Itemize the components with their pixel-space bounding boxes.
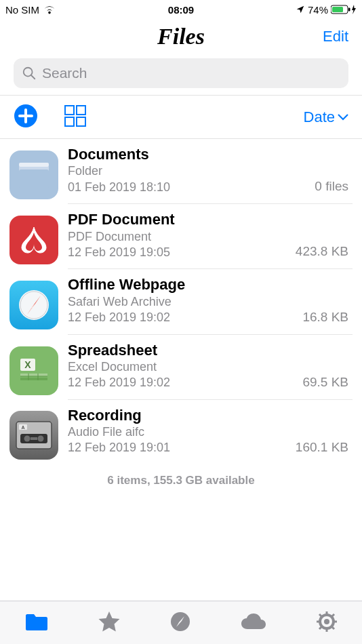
grid-view-button[interactable] (64, 104, 87, 130)
svg-text:X: X (24, 359, 31, 370)
plus-circle-icon (14, 104, 38, 128)
file-title: PDF Document (68, 211, 296, 228)
file-subtitle: PDF Document (68, 229, 296, 245)
compass-icon (169, 611, 191, 632)
location-icon (296, 5, 305, 14)
page-title: Files (157, 24, 205, 49)
file-size: 16.8 KB (302, 310, 353, 326)
pdf-icon (9, 216, 58, 264)
tab-settings[interactable] (316, 611, 338, 635)
folder-tab-icon (24, 611, 49, 632)
file-date: 12 Feb 2019 19:02 (68, 375, 302, 390)
svg-line-43 (319, 626, 322, 629)
file-subtitle: Excel Document (68, 359, 302, 375)
svg-rect-21 (20, 374, 47, 376)
wifi-icon (43, 5, 56, 14)
chevron-down-icon (338, 114, 348, 121)
file-title: Recording (68, 407, 296, 424)
svg-point-30 (24, 436, 31, 442)
nav-bar: Files Edit (0, 19, 362, 54)
file-size: 423.8 KB (296, 244, 353, 260)
svg-line-41 (331, 626, 334, 629)
svg-rect-1 (332, 7, 343, 12)
file-size: 0 files (315, 179, 353, 195)
add-button[interactable] (14, 104, 38, 131)
footer-summary: 6 items, 155.3 GB available (0, 464, 362, 497)
file-size: 160.1 KB (296, 440, 353, 456)
tab-cloud[interactable] (240, 613, 267, 633)
battery-icon (331, 5, 357, 14)
status-carrier: No SIM (5, 4, 39, 16)
file-title: Spreadsheet (68, 342, 302, 359)
file-title: Offline Webpage (68, 276, 302, 294)
sort-label: Date (304, 108, 335, 126)
status-battery: 74% (308, 4, 328, 16)
search-placeholder: Search (42, 65, 87, 81)
list-item[interactable]: PDF Document PDF Document 12 Feb 2019 19… (0, 204, 362, 269)
file-date: 12 Feb 2019 19:02 (68, 310, 302, 325)
svg-rect-10 (65, 117, 74, 126)
svg-rect-11 (77, 117, 85, 126)
search-input[interactable]: Search (14, 58, 348, 88)
star-icon (98, 611, 121, 632)
svg-rect-22 (20, 378, 47, 380)
tab-files[interactable] (24, 611, 49, 635)
tab-browse[interactable] (169, 611, 191, 635)
grid-icon (64, 104, 87, 127)
file-date: 01 Feb 2019 18:10 (68, 180, 315, 195)
svg-rect-32 (31, 437, 37, 440)
status-bar: No SIM 08:09 74% (0, 0, 362, 19)
svg-rect-8 (65, 106, 74, 115)
status-time: 08:09 (168, 4, 194, 16)
list-item[interactable]: Offline Webpage Safari Web Archive 12 Fe… (0, 269, 362, 334)
sort-button[interactable]: Date (304, 108, 348, 126)
cloud-icon (240, 613, 267, 630)
file-list: Documents Folder 01 Feb 2019 18:10 0 fil… (0, 139, 362, 464)
svg-text:A: A (21, 425, 24, 430)
audio-icon: A (9, 411, 58, 460)
list-item[interactable]: Documents Folder 01 Feb 2019 18:10 0 fil… (0, 139, 362, 204)
search-wrap: Search (0, 54, 362, 96)
file-title: Documents (68, 146, 315, 163)
search-icon (22, 66, 37, 81)
file-date: 12 Feb 2019 19:05 (68, 245, 296, 260)
file-subtitle: Audio File aifc (68, 424, 296, 440)
excel-icon: X (9, 346, 58, 395)
svg-point-44 (324, 619, 329, 624)
svg-rect-14 (19, 169, 49, 188)
svg-line-4 (31, 75, 35, 79)
charging-icon (351, 5, 357, 14)
file-size: 69.5 KB (302, 375, 353, 391)
list-item[interactable]: X Spreadsheet Excel Document 12 Feb 2019… (0, 335, 362, 400)
safari-icon (9, 281, 58, 329)
svg-rect-13 (19, 163, 49, 167)
tab-favorites[interactable] (98, 611, 121, 635)
svg-point-31 (38, 436, 44, 442)
svg-line-40 (319, 614, 322, 617)
svg-line-42 (331, 614, 334, 617)
toolbar: Date (0, 96, 362, 139)
file-date: 12 Feb 2019 19:01 (68, 440, 296, 456)
edit-button[interactable]: Edit (323, 28, 348, 45)
svg-rect-9 (77, 106, 85, 115)
gear-icon (316, 611, 338, 632)
list-item[interactable]: A Recording Audio File aifc 12 Feb 2019 … (0, 400, 362, 464)
file-subtitle: Folder (68, 163, 315, 179)
svg-rect-2 (348, 8, 350, 12)
tab-bar (0, 601, 362, 644)
folder-icon (9, 150, 58, 199)
file-subtitle: Safari Web Archive (68, 294, 302, 310)
